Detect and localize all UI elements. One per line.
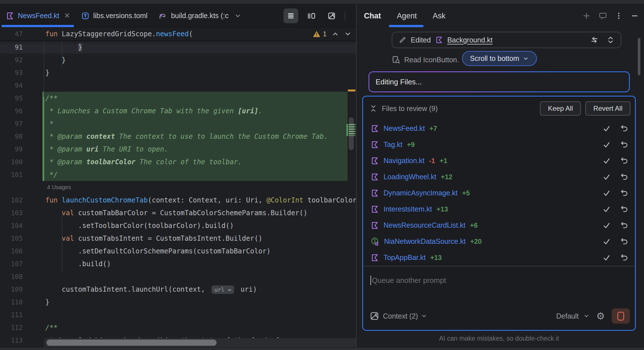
code-line[interactable]: 97 *: [0, 117, 356, 130]
code-line[interactable]: 91 }: [0, 41, 356, 54]
code-line[interactable]: 102fun launchCustomChromeTab(context: Co…: [0, 194, 356, 206]
code-line[interactable]: 99 * @param uri The URI to open.: [0, 143, 356, 155]
sticky-declaration-line[interactable]: 47 fun LazyStaggeredGridScope.newsFeed( …: [0, 28, 356, 41]
close-icon[interactable]: ✕: [64, 11, 70, 20]
editing-status-box: Editing Files...: [368, 71, 630, 92]
file-link[interactable]: NiaNetworkDataSource.kt: [384, 237, 466, 246]
file-link[interactable]: TopAppBar.kt: [384, 253, 426, 262]
code-line[interactable]: 98 * @param context The context to use t…: [0, 130, 356, 143]
editor-tab-build-gradle[interactable]: build.gradle.kts (:c: [152, 4, 246, 28]
file-link[interactable]: DynamicAsyncImage.kt: [384, 189, 457, 197]
editor-more-options-kebab-icon[interactable]: [351, 8, 356, 23]
model-selector-label[interactable]: Default: [556, 312, 579, 320]
error-stripe-added-mark[interactable]: [346, 124, 348, 136]
code-line[interactable]: 93}: [0, 66, 356, 79]
code-line[interactable]: 109 customTabsIntent.launchUrl(context, …: [0, 283, 356, 296]
keep-all-button[interactable]: Keep All: [540, 101, 581, 116]
code-line[interactable]: 94: [0, 79, 356, 92]
code-line[interactable]: 108: [0, 270, 356, 283]
keep-file-check-icon[interactable]: [602, 140, 611, 149]
code-line[interactable]: 107 .build(): [0, 257, 356, 270]
keep-file-check-icon[interactable]: [602, 189, 611, 198]
prompt-input[interactable]: Queue another prompt: [370, 276, 446, 285]
revert-file-undo-icon[interactable]: [620, 156, 629, 165]
chevron-down-icon[interactable]: [421, 313, 427, 319]
file-actions: [602, 172, 629, 182]
revert-file-undo-icon[interactable]: [620, 189, 629, 198]
editor-horizontal-scrollbar[interactable]: [46, 340, 217, 346]
panel-options-kebab-icon[interactable]: [615, 12, 622, 20]
code-text: }: [45, 69, 49, 77]
chevron-down-icon[interactable]: [234, 12, 241, 19]
error-stripe-warning-mark[interactable]: [348, 89, 355, 91]
chevron-down-icon[interactable]: [583, 313, 590, 319]
editor-vertical-scrollbar[interactable]: [349, 117, 354, 150]
line-number: 99: [0, 146, 23, 153]
edited-file-card[interactable]: Edited Background.kt: [392, 32, 621, 48]
new-chat-plus-icon[interactable]: [582, 12, 591, 20]
code-line[interactable]: 106 .setDefaultColorSchemeParams(customT…: [0, 245, 356, 257]
revert-file-undo-icon[interactable]: [620, 253, 629, 262]
editor-tab-newsfeed[interactable]: NewsFeed.kt ✕: [0, 4, 75, 28]
revert-file-undo-icon[interactable]: [620, 221, 629, 230]
warning-icon[interactable]: [313, 31, 321, 37]
chat-vertical-scrollbar[interactable]: [638, 38, 640, 75]
status-bar-strip: [0, 347, 644, 350]
tab-ask[interactable]: Ask: [433, 12, 446, 20]
file-link[interactable]: NewsResourceCardList.kt: [384, 221, 465, 229]
file-link[interactable]: LoadingWheel.kt: [384, 173, 436, 181]
keep-file-check-icon[interactable]: [602, 172, 611, 182]
keep-file-check-icon[interactable]: [602, 124, 611, 133]
scroll-to-bottom-button[interactable]: Scroll to bottom: [462, 51, 537, 66]
add-context-image-icon[interactable]: [370, 311, 379, 321]
code-line[interactable]: 111: [0, 308, 356, 321]
usages-inlay-row[interactable]: 4 Usages: [0, 181, 356, 194]
code-line[interactable]: 95/**: [0, 92, 356, 104]
code-text: /**: [45, 94, 58, 102]
design-view-button[interactable]: [324, 8, 339, 23]
file-link[interactable]: Tag.kt: [384, 140, 402, 149]
previous-issue-chevron-up-icon[interactable]: [332, 30, 339, 38]
hide-panel-minimize-icon[interactable]: [630, 12, 639, 20]
code-line[interactable]: 110}: [0, 296, 356, 308]
context-dropdown-label[interactable]: Context (2): [383, 312, 418, 320]
next-issue-chevron-down-icon[interactable]: [344, 30, 351, 38]
keep-file-check-icon[interactable]: [602, 156, 611, 165]
revert-file-undo-icon[interactable]: [620, 124, 629, 133]
code-line[interactable]: 112/**: [0, 321, 356, 334]
keep-file-check-icon[interactable]: [602, 253, 611, 262]
keep-file-check-icon[interactable]: [602, 237, 611, 246]
revert-file-undo-icon[interactable]: [620, 237, 629, 246]
code-line[interactable]: 104 .setToolbarColor(toolbarColor).build…: [0, 219, 356, 232]
settings-gear-icon[interactable]: ⚙: [596, 310, 605, 322]
code-line[interactable]: 103 val customTabBarColor = CustomTabCol…: [0, 206, 356, 219]
code-line[interactable]: 96 * Launches a Custom Chrome Tab with t…: [0, 104, 356, 117]
revert-file-undo-icon[interactable]: [620, 172, 629, 182]
code-line[interactable]: 101 */: [0, 168, 356, 181]
keep-file-check-icon[interactable]: [602, 205, 611, 214]
expand-collapse-chevrons-icon[interactable]: [607, 36, 615, 44]
tab-agent[interactable]: Agent: [397, 12, 417, 20]
edited-file-link[interactable]: Background.kt: [447, 36, 493, 44]
usages-inlay-hint[interactable]: 4 Usages: [47, 184, 71, 191]
show-diff-swap-arrows-icon[interactable]: [590, 36, 599, 44]
code-view-button[interactable]: [283, 8, 298, 23]
revert-all-button[interactable]: Revert All: [585, 101, 630, 116]
editor-tab-libs-versions[interactable]: libs.versions.toml: [75, 4, 153, 28]
revert-file-undo-icon[interactable]: [620, 140, 629, 149]
stop-generation-button[interactable]: [612, 308, 630, 324]
indent-guide: [62, 41, 62, 66]
chat-history-bubble-icon[interactable]: [599, 12, 607, 20]
split-view-button[interactable]: [304, 8, 319, 23]
tab-chat[interactable]: Chat: [364, 12, 381, 20]
revert-file-undo-icon[interactable]: [620, 205, 629, 214]
file-link[interactable]: NewsFeed.kt: [384, 124, 425, 133]
file-actions: [602, 237, 629, 246]
code-line[interactable]: 105 val customTabsIntent = CustomTabsInt…: [0, 232, 356, 245]
code-line[interactable]: 92 }: [0, 54, 356, 66]
file-link[interactable]: InterestsItem.kt: [384, 205, 432, 213]
file-link[interactable]: Navigation.kt: [384, 157, 425, 165]
collapse-icon[interactable]: [369, 104, 377, 112]
code-line[interactable]: 100 * @param toolbarColor The color of t…: [0, 155, 356, 168]
keep-file-check-icon[interactable]: [602, 221, 611, 230]
